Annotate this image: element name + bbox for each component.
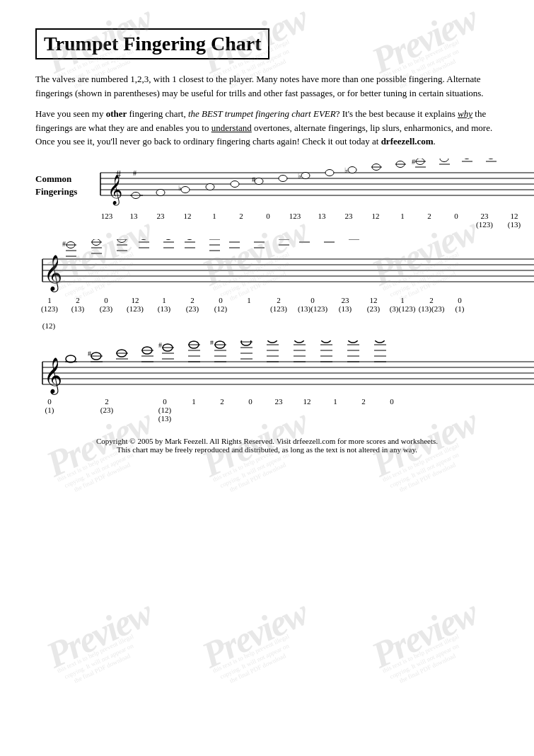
svg-text:𝄞: 𝄞 — [44, 255, 62, 292]
finger-cell: 23 — [147, 212, 174, 229]
finger-cell: 2(13)(23) — [417, 296, 446, 313]
finger-cell: 0(12) — [207, 296, 235, 313]
finger-cell: 2 — [416, 212, 443, 229]
finger-cell: 12 — [293, 397, 321, 423]
finger-cell: 1 — [201, 212, 228, 229]
finger-cell: 13 — [308, 212, 335, 229]
finger-cell: 23 — [335, 212, 362, 229]
finger-cell: 12 — [174, 212, 201, 229]
finger-cell: 1(13) — [150, 296, 178, 313]
description-section: The valves are numbered 1,2,3, with 1 cl… — [35, 72, 499, 149]
finger-cell: 0 — [236, 397, 265, 423]
svg-point-24 — [348, 166, 356, 173]
finger-cell: (12) — [35, 313, 62, 330]
finger-cell: 2(23) — [92, 397, 122, 423]
finger-cell: 0(23) — [92, 296, 120, 313]
svg-point-14 — [181, 186, 190, 193]
finger-cell: 23(123) — [470, 212, 499, 229]
finger-cell: 123 — [281, 212, 308, 229]
svg-point-178 — [375, 340, 385, 343]
finger-cell: 2(23) — [178, 296, 207, 313]
finger-cell — [64, 397, 92, 423]
svg-point-16 — [231, 181, 239, 187]
svg-point-18 — [255, 178, 263, 184]
finger-cell: (3) — [529, 212, 534, 229]
svg-point-39 — [487, 159, 495, 159]
finger-cell: 12 — [362, 212, 389, 229]
svg-point-63 — [139, 239, 148, 240]
finger-cell: 123 — [93, 212, 120, 229]
svg-text:#: # — [482, 159, 486, 160]
svg-text:#: # — [412, 159, 415, 166]
page-title: Trumpet Fingering Chart — [44, 33, 261, 55]
finger-cell: 0(1) — [446, 296, 474, 313]
staff-svg-2: 𝄞 # ♭ — [35, 239, 534, 296]
finger-cell — [122, 397, 150, 423]
svg-point-12 — [156, 189, 165, 195]
svg-point-22 — [325, 169, 334, 176]
svg-point-21 — [301, 172, 310, 178]
svg-point-172 — [348, 340, 358, 343]
fingerings-row-3: 0(1) 2(23) 0(12)(13) 1 2 0 23 12 1 2 0 — [35, 397, 499, 423]
common-fingerings-label: CommonFingerings — [35, 173, 77, 198]
finger-cell: 1 — [180, 397, 208, 423]
watermark-12: Preview this text is to help prevent ill… — [347, 616, 502, 674]
finger-cell: 12(123) — [120, 296, 150, 313]
title-box: Trumpet Fingering Chart — [35, 28, 269, 59]
svg-point-33 — [440, 159, 448, 162]
svg-point-154 — [267, 340, 277, 343]
finger-cell: 1 — [235, 296, 263, 313]
finger-cell: 0(12)(13) — [150, 397, 180, 423]
staff-svg-1: 𝄞 # # ♭ — [93, 159, 534, 212]
finger-cell: 2(123) — [263, 296, 294, 313]
watermark-10: Preview this text is to help prevent ill… — [21, 616, 177, 674]
staff-2-container: 𝄞 # ♭ — [35, 239, 499, 296]
staff-1-container: 𝄞 # # ♭ — [93, 159, 499, 212]
page: Preview this text is to help prevent ill… — [0, 0, 534, 756]
watermark-3: Preview this text is to help prevent ill… — [347, 21, 502, 79]
svg-text:♭: ♭ — [458, 159, 462, 160]
finger-cell: 1 — [321, 397, 349, 423]
staff-section-2: 𝄞 # ♭ — [35, 239, 499, 330]
staff-3-container: 𝄞 # # — [35, 340, 499, 397]
svg-text:#: # — [62, 240, 66, 248]
footer-line-1: Copyright © 2005 by Mark Feezell. All Ri… — [35, 437, 499, 445]
finger-cell: 0(13)(123) — [294, 296, 331, 313]
svg-point-149 — [241, 340, 251, 345]
finger-cell: 0 — [378, 397, 406, 423]
finger-cell: 0 — [255, 212, 281, 229]
staff-section-3: 𝄞 # # — [35, 340, 499, 423]
watermark-11: Preview this text is to help prevent ill… — [177, 616, 332, 674]
finger-cell: 0 — [443, 212, 470, 229]
finger-cell: 2 — [228, 212, 255, 229]
svg-point-19 — [279, 175, 287, 181]
svg-text:♭: ♭ — [134, 239, 138, 241]
svg-text:#: # — [133, 169, 137, 177]
svg-text:#: # — [210, 340, 214, 346]
finger-cell: 13 — [120, 212, 147, 229]
finger-cell: 1(3)(123) — [388, 296, 417, 313]
svg-text:♭: ♭ — [344, 166, 348, 174]
svg-text:#: # — [116, 169, 121, 180]
svg-text:𝄞: 𝄞 — [44, 357, 62, 395]
svg-text:♭: ♭ — [298, 172, 301, 180]
svg-text:#: # — [158, 341, 162, 349]
finger-cell: 0(1) — [35, 397, 64, 423]
footer: Copyright © 2005 by Mark Feezell. All Ri… — [35, 437, 499, 468]
finger-cell: 2 — [208, 397, 236, 423]
svg-point-36 — [463, 159, 471, 159]
finger-cell: 1(123) — [35, 296, 64, 313]
svg-text:#: # — [180, 239, 183, 241]
finger-cell: 23 — [265, 397, 293, 423]
finger-cell: 2 — [349, 397, 378, 423]
finger-cell: 23(13) — [331, 296, 359, 313]
finger-cell: 12(13) — [499, 212, 529, 229]
svg-point-15 — [206, 183, 214, 190]
svg-point-160 — [294, 340, 304, 343]
finger-cell: 12(23) — [359, 296, 388, 313]
finger-cell: 1 — [389, 212, 416, 229]
footer-line-2: This chart may be freely reproduced and … — [35, 445, 499, 454]
svg-point-66 — [164, 239, 173, 240]
finger-cell: 2(13) — [64, 296, 92, 313]
staff-svg-3: 𝄞 # # — [35, 340, 534, 397]
